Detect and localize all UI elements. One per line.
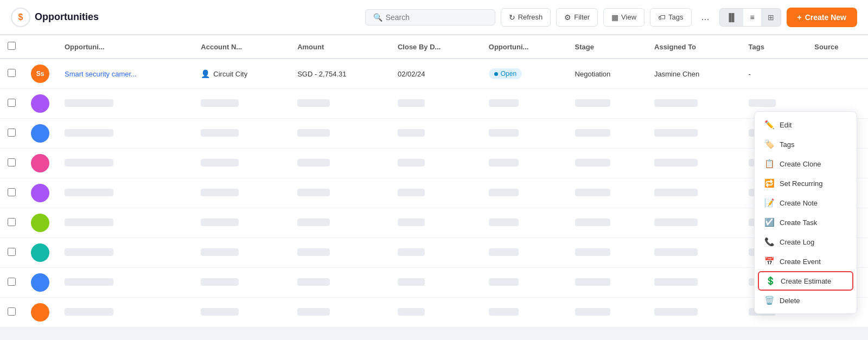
view-toggle-list[interactable]: ≡ <box>743 9 761 26</box>
skeleton-cell <box>567 268 647 298</box>
context-menu-item-create-clone[interactable]: 📋Create Clone <box>755 154 857 174</box>
skeleton-cell <box>193 149 290 178</box>
context-menu-item-create-estimate[interactable]: 💲Create Estimate <box>758 271 853 291</box>
create-new-plus-icon: + <box>797 13 802 22</box>
avatar-cell <box>23 268 57 298</box>
row-checkbox[interactable] <box>8 307 16 316</box>
skeleton-cell <box>481 149 567 178</box>
context-menu-item-edit[interactable]: ✏️Edit <box>755 115 857 134</box>
opportunity-cell[interactable]: Smart security camer... <box>57 59 193 89</box>
skeleton-cell <box>193 119 290 149</box>
header-source[interactable]: Source <box>807 35 868 59</box>
refresh-button[interactable]: ↻ Refresh <box>501 8 551 27</box>
row-checkbox[interactable] <box>8 248 16 256</box>
header-assigned-to[interactable]: Assigned To <box>647 35 741 59</box>
avatar-cell <box>23 178 57 208</box>
skeleton-cell <box>647 268 741 298</box>
tags-cell: - <box>741 59 807 89</box>
edit-label: Edit <box>780 121 792 129</box>
create-event-label: Create Event <box>780 258 821 266</box>
header-amount[interactable]: Amount <box>290 35 390 59</box>
account-cell[interactable]: 👤 Circuit City <box>193 59 290 89</box>
row-checkbox-cell[interactable] <box>0 89 23 119</box>
context-menu-item-delete[interactable]: 🗑️Delete <box>755 291 857 310</box>
skeleton-cell <box>193 208 290 238</box>
avatar-cell <box>23 149 57 178</box>
context-menu-item-create-log[interactable]: 📞Create Log <box>755 232 857 252</box>
row-checkbox-cell[interactable] <box>0 298 23 328</box>
avatar-cell <box>23 208 57 238</box>
header-opportunity2[interactable]: Opportuni... <box>481 35 567 59</box>
table-row <box>0 119 868 149</box>
view-toggle-bar-chart[interactable]: ▐▌ <box>720 9 744 26</box>
row-checkbox[interactable] <box>8 278 16 286</box>
tags-button[interactable]: 🏷 Tags <box>650 8 691 27</box>
skeleton-cell <box>57 268 193 298</box>
more-button[interactable]: ... <box>697 9 714 25</box>
row-checkbox[interactable] <box>8 69 16 77</box>
header-account[interactable]: Account N... <box>193 35 290 59</box>
select-all-checkbox[interactable] <box>8 42 16 50</box>
skeleton-cell <box>57 119 193 149</box>
row-checkbox[interactable] <box>8 188 16 196</box>
delete-label: Delete <box>780 297 800 305</box>
skeleton-cell <box>57 149 193 178</box>
opportunities-table: Opportuni... Account N... Amount Close B… <box>0 35 868 328</box>
header-close-by[interactable]: Close By D... <box>390 35 481 59</box>
view-button[interactable]: ▦ View <box>603 8 644 27</box>
context-menu-item-tags[interactable]: 🏷️Tags <box>755 134 857 154</box>
header-avatar <box>23 35 57 59</box>
skeleton-cell <box>390 178 481 208</box>
skeleton-cell <box>390 89 481 119</box>
status-dot <box>494 72 498 76</box>
row-checkbox-cell[interactable] <box>0 59 23 89</box>
toolbar: $ Opportunities 🔍 ↻ Refresh ⚙ Filter ▦ V… <box>0 0 868 35</box>
search-input[interactable] <box>386 13 487 22</box>
header-stage[interactable]: Stage <box>567 35 647 59</box>
filter-button[interactable]: ⚙ Filter <box>556 8 598 27</box>
skeleton-cell <box>193 238 290 268</box>
skeleton-cell <box>481 268 567 298</box>
source-cell <box>807 59 868 89</box>
skeleton-cell <box>290 238 390 268</box>
context-menu-item-create-event[interactable]: 📅Create Event <box>755 252 857 271</box>
row-checkbox[interactable] <box>8 158 16 166</box>
skeleton-cell <box>647 178 741 208</box>
close-by-cell: 02/02/24 <box>390 59 481 89</box>
skeleton-cell <box>390 149 481 178</box>
skeleton-cell <box>647 119 741 149</box>
avatar <box>31 94 49 113</box>
create-new-button[interactable]: + Create New <box>787 8 857 27</box>
app-logo: $ Opportunities <box>11 8 99 27</box>
row-checkbox-cell[interactable] <box>0 149 23 178</box>
skeleton-cell <box>567 238 647 268</box>
skeleton-cell <box>290 119 390 149</box>
skeleton-cell <box>567 119 647 149</box>
row-checkbox-cell[interactable] <box>0 119 23 149</box>
row-checkbox[interactable] <box>8 129 16 137</box>
table-row <box>0 178 868 208</box>
header-tags[interactable]: Tags <box>741 35 807 59</box>
row-checkbox[interactable] <box>8 99 16 107</box>
row-checkbox[interactable] <box>8 218 16 226</box>
create-clone-icon: 📋 <box>764 159 774 169</box>
context-menu-item-create-note[interactable]: 📝Create Note <box>755 193 857 213</box>
search-box[interactable]: 🔍 <box>365 9 495 25</box>
status-label: Open <box>501 70 516 78</box>
opportunity-link[interactable]: Smart security camer... <box>65 70 137 78</box>
table-row <box>0 208 868 238</box>
skeleton-cell <box>290 208 390 238</box>
view-toggle-grid[interactable]: ⊞ <box>761 9 781 26</box>
table-row <box>0 238 868 268</box>
row-checkbox-cell[interactable] <box>0 178 23 208</box>
row-checkbox-cell[interactable] <box>0 238 23 268</box>
row-checkbox-cell[interactable] <box>0 208 23 238</box>
row-checkbox-cell[interactable] <box>0 268 23 298</box>
header-opportunity[interactable]: Opportuni... <box>57 35 193 59</box>
context-menu-item-set-recurring[interactable]: 🔁Set Recurring <box>755 174 857 193</box>
view-icon: ▦ <box>611 13 618 22</box>
avatar <box>31 184 49 202</box>
skeleton-cell <box>481 89 567 119</box>
context-menu-item-create-task[interactable]: ☑️Create Task <box>755 213 857 232</box>
header-select-all[interactable] <box>0 35 23 59</box>
